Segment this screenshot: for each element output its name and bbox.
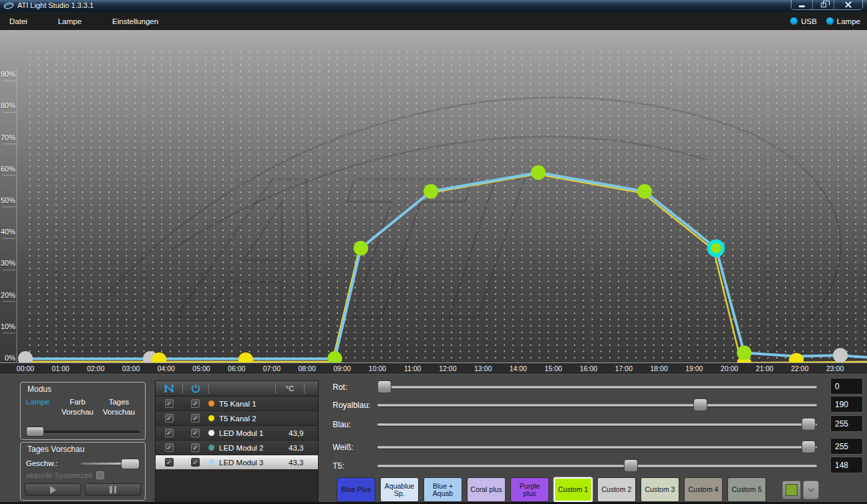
- slider-track[interactable]: [377, 459, 817, 473]
- swatch-button[interactable]: [782, 481, 801, 499]
- preset-custom-4[interactable]: Custom 4: [684, 477, 723, 502]
- mode-option-lampe[interactable]: Lampe: [26, 397, 57, 417]
- modus-options: LampeFarb VorschauTages Vorschau: [26, 397, 140, 417]
- mode-option-tages-vorschau[interactable]: Tages Vorschau: [98, 397, 140, 417]
- x-tick-label: 12:00: [434, 364, 462, 372]
- status-dot-icon: [826, 17, 834, 25]
- slider-value[interactable]: 0: [830, 378, 863, 395]
- preset-custom-3[interactable]: Custom 3: [641, 477, 679, 502]
- y-tick-label: 40%: [0, 228, 15, 236]
- channel-row-led-modul-3[interactable]: ✓✓LED Modul 343,3: [156, 455, 318, 470]
- channel-row-t5-kanal-2[interactable]: ✓✓T5 Kanal 2: [156, 411, 318, 426]
- x-tick-label: 03:00: [117, 364, 145, 372]
- y-tick-label: 30%: [0, 259, 15, 267]
- curve-point-green[interactable]: [531, 166, 546, 180]
- close-icon: [845, 1, 852, 8]
- slider-track[interactable]: [377, 380, 817, 394]
- y-tick-label: 10%: [0, 322, 15, 330]
- pause-button[interactable]: [85, 483, 141, 496]
- curve-point-green[interactable]: [423, 184, 438, 199]
- power-column-icon: [183, 384, 208, 393]
- slider-value[interactable]: 255: [830, 415, 863, 432]
- graph-checkbox[interactable]: ✓: [165, 399, 174, 408]
- modus-title: Modus: [27, 385, 51, 394]
- speed-slider[interactable]: [81, 459, 140, 469]
- svg-text:ATI: ATI: [168, 136, 533, 359]
- header-separator: [275, 384, 276, 394]
- play-button[interactable]: [25, 483, 81, 496]
- channel-rows: ✓✓T5 Kanal 1✓✓T5 Kanal 2✓✓LED Modul 143,…: [156, 397, 318, 470]
- slider-handle[interactable]: [693, 399, 707, 411]
- preset-blue-plus[interactable]: Blue Plus: [337, 477, 375, 502]
- graph-checkbox[interactable]: ✓: [165, 458, 174, 467]
- modus-slider[interactable]: [26, 427, 140, 437]
- x-tick-label: 05:00: [188, 364, 216, 372]
- menu-datei[interactable]: Datei: [0, 17, 37, 25]
- x-tick-label: 21:00: [751, 364, 779, 372]
- preset-blue-aquab[interactable]: Blue + Aquab: [423, 477, 462, 502]
- channel-row-t5-kanal-1[interactable]: ✓✓T5 Kanal 1: [156, 397, 318, 411]
- light-curve-chart[interactable]: ATI 90%80%70%60%50%40%30%20%10%0% 00:000…: [0, 30, 867, 374]
- preset-coral-plus[interactable]: Coral plus: [467, 477, 506, 502]
- preset-purple-plus[interactable]: Purple plus: [510, 477, 549, 502]
- preset-buttons: Blue PlusAquablue Sp.Blue + AquabCoral p…: [337, 477, 821, 502]
- graph-checkbox[interactable]: ✓: [165, 443, 174, 452]
- status-lampe: Lampe: [826, 17, 860, 25]
- power-checkbox[interactable]: ✓: [191, 429, 200, 437]
- graph-checkbox[interactable]: ✓: [165, 414, 174, 423]
- power-checkbox[interactable]: ✓: [191, 443, 200, 452]
- slider-handle[interactable]: [802, 418, 816, 431]
- minimize-button[interactable]: [792, 0, 813, 9]
- x-tick-label: 20:00: [715, 364, 743, 372]
- slider-row-rot: Rot:0: [333, 379, 817, 395]
- slider-label: Rot:: [333, 383, 377, 392]
- play-icon: [50, 486, 56, 494]
- y-tick-label: 80%: [0, 101, 15, 109]
- modus-slider-handle[interactable]: [26, 427, 44, 437]
- slider-track[interactable]: [377, 398, 817, 412]
- slider-label: Blau:: [333, 420, 377, 429]
- curve-point-green[interactable]: [737, 346, 751, 360]
- restore-icon: [821, 3, 826, 7]
- restore-button[interactable]: [813, 0, 834, 9]
- slider-value[interactable]: 148: [830, 457, 863, 473]
- mode-option-farb-vorschau[interactable]: Farb Vorschau: [57, 397, 98, 417]
- channel-name: LED Modul 3: [219, 459, 289, 467]
- system-time-checkbox[interactable]: [96, 471, 104, 479]
- x-tick-label: 15:00: [540, 364, 568, 372]
- graph-checkbox[interactable]: ✓: [165, 429, 174, 437]
- slider-track[interactable]: [377, 440, 817, 454]
- channel-table-header: °C: [156, 381, 318, 397]
- slider-value[interactable]: 255: [830, 438, 863, 455]
- menu-lampe[interactable]: Lampe: [49, 17, 91, 25]
- preset-custom-2[interactable]: Custom 2: [597, 477, 636, 502]
- menu-einstellungen[interactable]: Einstellungen: [103, 17, 168, 25]
- slider-track[interactable]: [377, 417, 817, 431]
- preset-custom-5[interactable]: Custom 5: [727, 477, 766, 502]
- x-tick-label: 17:00: [610, 364, 638, 372]
- curve-point-green[interactable]: [637, 184, 652, 199]
- connection-status: USBLampe: [790, 12, 860, 30]
- speed-slider-handle[interactable]: [121, 459, 140, 469]
- swatch-dropdown-button[interactable]: [803, 481, 819, 499]
- power-checkbox[interactable]: ✓: [191, 414, 200, 423]
- curve-point-gray[interactable]: [833, 348, 848, 362]
- titlebar: ATI Light Studio 1.3.3.1: [0, 0, 867, 12]
- curve-point-green[interactable]: [353, 241, 368, 256]
- power-checkbox[interactable]: ✓: [191, 458, 200, 467]
- channel-row-led-modul-2[interactable]: ✓✓LED Modul 243,3: [156, 441, 318, 455]
- channel-row-led-modul-1[interactable]: ✓✓LED Modul 143,9: [156, 426, 318, 441]
- pause-icon: [110, 486, 116, 493]
- slider-handle[interactable]: [802, 441, 816, 453]
- menubar-items: DateiLampeEinstellungen: [0, 17, 180, 25]
- power-checkbox[interactable]: ✓: [191, 399, 200, 408]
- x-tick-label: 00:00: [11, 364, 39, 372]
- preset-custom-1[interactable]: Custom 1: [554, 477, 592, 502]
- preset-aquablue-sp-[interactable]: Aquablue Sp.: [380, 477, 419, 502]
- y-tick-label: 60%: [0, 165, 15, 173]
- slider-handle[interactable]: [377, 381, 391, 393]
- slider-value[interactable]: 190: [830, 396, 863, 413]
- slider-handle[interactable]: [624, 459, 638, 472]
- close-button[interactable]: [834, 0, 862, 9]
- curve-point-green-selected[interactable]: [709, 241, 723, 255]
